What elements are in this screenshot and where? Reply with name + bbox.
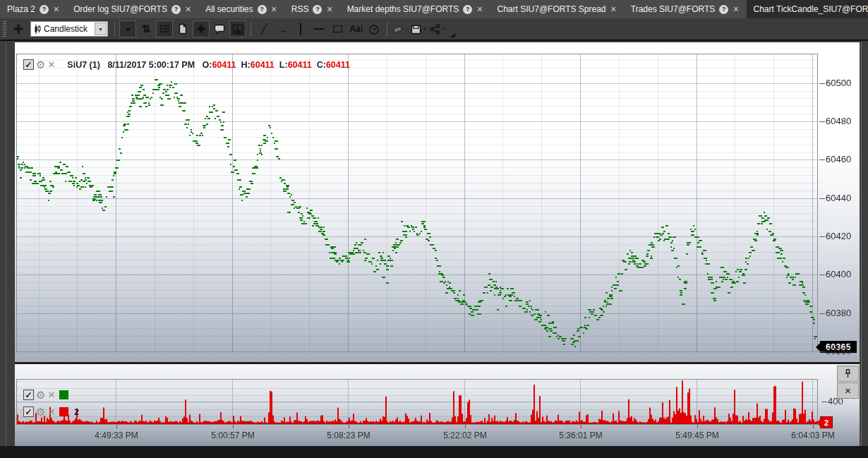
help-icon[interactable]: ?	[313, 5, 322, 14]
gauge-button[interactable]	[366, 20, 382, 37]
x-axis-tick	[233, 425, 234, 428]
eraser-button[interactable]: ▾	[392, 20, 409, 37]
chevron-down-icon[interactable]: ▾	[423, 26, 426, 32]
x-axis-label: 4:49:33 PM	[87, 430, 146, 440]
y-axis-label: 60440	[826, 193, 862, 203]
price-chart-canvas[interactable]	[16, 54, 818, 352]
vertical-line-button[interactable]	[292, 20, 309, 37]
help-icon[interactable]: ?	[719, 5, 728, 14]
ohlc-value: 60411	[251, 60, 275, 70]
horizontal-line-button[interactable]	[311, 20, 327, 37]
chart-type-value: Candlestick	[41, 24, 95, 34]
ohlc-value: 60411	[288, 60, 312, 70]
x-axis-tick	[465, 425, 466, 428]
y-axis-label: 60500	[826, 78, 862, 88]
trading-terminal-window: Plaza 2?✕Order log SIU7@FORTS?✕All secur…	[0, 0, 868, 458]
series-visible-checkbox[interactable]: ✓	[23, 406, 34, 417]
close-icon[interactable]: ✕	[610, 6, 617, 13]
tab-bar: Plaza 2?✕Order log SIU7@FORTS?✕All secur…	[0, 0, 868, 18]
gear-icon[interactable]: ⚙	[36, 59, 45, 70]
horizontal-compress-button[interactable]: ◂▸	[119, 20, 136, 37]
close-icon[interactable]: ✕	[271, 6, 277, 13]
y-axis-label: 60380	[826, 308, 862, 318]
price-chart-pane: ✓ ⚙ ✕ SiU7 (1) 8/11/2017 5:00:17 PM O:60…	[15, 42, 860, 362]
close-icon[interactable]: ✕	[185, 6, 191, 13]
close-icon[interactable]: ✕	[733, 6, 739, 13]
x-axis-label: 6:04:03 PM	[783, 430, 843, 440]
tab-label: Market depths SIU7@FORTS	[347, 4, 459, 14]
x-axis-label: 5:22:02 PM	[435, 430, 495, 440]
price-series-legend: ✓ ⚙ ✕ SiU7 (1) 8/11/2017 5:00:17 PM O:60…	[23, 59, 350, 70]
move-chart-button[interactable]: ✛	[10, 20, 27, 37]
gear-icon[interactable]: ⚙	[36, 390, 45, 400]
toolbar-separator-1	[114, 22, 115, 36]
tab-all-securities[interactable]: All securities?✕	[198, 0, 284, 18]
help-icon[interactable]: ?	[463, 5, 472, 14]
ohlc-group: L:60411	[279, 60, 312, 70]
rectangle-tool-button[interactable]	[329, 20, 346, 37]
new-page-button[interactable]	[174, 20, 191, 37]
ohlc-label: O:	[203, 60, 212, 70]
close-icon[interactable]: ✕	[47, 60, 55, 69]
ohlc-group: C:60411	[317, 60, 350, 70]
tab-market-depths-siu7-forts[interactable]: Market depths SIU7@FORTS?✕	[340, 0, 490, 18]
tab-chart-tickcandle-siu7-forts-1[interactable]: Chart TickCandle_SIU7@FORTS_1✕	[747, 0, 868, 18]
tab-label: Chart SIU7@FORTS Spread	[498, 4, 606, 14]
trend-line-button[interactable]: ╱	[255, 20, 272, 37]
comment-bubble-button[interactable]	[211, 20, 228, 37]
help-icon[interactable]: ?	[40, 5, 49, 14]
window-left-edge	[6, 42, 6, 446]
tab-order-log-siu7-forts[interactable]: Order log SIU7@FORTS?✕	[66, 0, 198, 18]
close-pane-button[interactable]: ✕	[837, 382, 859, 399]
chevron-down-icon[interactable]: ▾	[95, 23, 107, 35]
toolbar-grip-handle[interactable]	[3, 21, 6, 37]
chart-settings-list-button[interactable]	[156, 20, 173, 37]
pin-pane-button[interactable]	[837, 366, 859, 382]
tab-label: Order log SIU7@FORTS	[73, 4, 167, 14]
window-right-edge[interactable]	[861, 42, 862, 446]
close-icon[interactable]: ✕	[47, 390, 55, 399]
ohlc-value: 60411	[326, 60, 350, 70]
help-icon[interactable]: ?	[258, 5, 267, 14]
indicator-pane-button[interactable]	[229, 20, 246, 37]
help-icon[interactable]: ?	[171, 5, 181, 14]
close-icon[interactable]: ✕	[476, 6, 483, 13]
tab-plaza-2[interactable]: Plaza 2?✕	[0, 0, 66, 18]
share-chart-button[interactable]: ▾	[428, 20, 445, 37]
chevron-down-icon[interactable]: ▾	[405, 26, 408, 32]
series-visible-checkbox[interactable]: ✓	[23, 59, 34, 70]
ohlc-readout: SiU7 (1) 8/11/2017 5:00:17 PM O:60411H:6…	[67, 60, 350, 70]
y-axis-label: 60420	[826, 231, 862, 241]
window-bottom-strip	[0, 446, 868, 458]
chart-type-select[interactable]: Candlestick▾	[30, 21, 108, 37]
text-label-button[interactable]: Aa	[347, 20, 364, 37]
y-axis-label: 60360	[826, 346, 862, 356]
vertical-scale-button[interactable]: ⇅	[138, 20, 155, 37]
x-axis-label: 5:00:57 PM	[203, 430, 263, 440]
x-axis-tick	[116, 425, 117, 428]
tab-label: Chart TickCandle_SIU7@FORTS_1	[754, 4, 868, 14]
toolbar-separator-2	[251, 22, 251, 36]
tab-label: RSS	[291, 4, 309, 14]
crosshair-button[interactable]: ✚	[193, 20, 210, 37]
tab-rss[interactable]: RSS?✕	[284, 0, 340, 18]
y-axis-label: 60480	[826, 116, 862, 126]
close-icon[interactable]: ✕	[326, 6, 332, 13]
chart-toolbar: ✛Candlestick▾◂▸⇅✚╱→Aa▾▾▾◢	[0, 18, 868, 41]
chevron-down-icon[interactable]: ▾	[442, 26, 445, 32]
gear-icon[interactable]: ⚙	[36, 406, 45, 417]
close-icon[interactable]: ✕	[47, 407, 55, 416]
save-chart-button[interactable]: ▾	[410, 20, 427, 37]
ohlc-label: L:	[279, 60, 288, 70]
tab-chart-siu7-forts-spread[interactable]: Chart SIU7@FORTS Spread✕	[490, 0, 624, 18]
toolbar-overflow-handle[interactable]: ◢	[450, 31, 455, 40]
ohlc-group: H:60411	[241, 60, 275, 70]
candlestick-icon	[34, 24, 41, 35]
x-axis-label: 5:36:01 PM	[551, 430, 610, 440]
tab-trades-siu7-forts[interactable]: Trades SIU7@FORTS?✕	[624, 0, 747, 18]
volume-chart-canvas[interactable]	[16, 379, 818, 425]
series-visible-checkbox[interactable]: ✓	[23, 390, 34, 400]
close-icon[interactable]: ✕	[53, 6, 59, 13]
volume-legend-row-1: ✓ ⚙ ✕	[23, 390, 68, 400]
arrow-tool-button[interactable]: →	[274, 20, 291, 37]
